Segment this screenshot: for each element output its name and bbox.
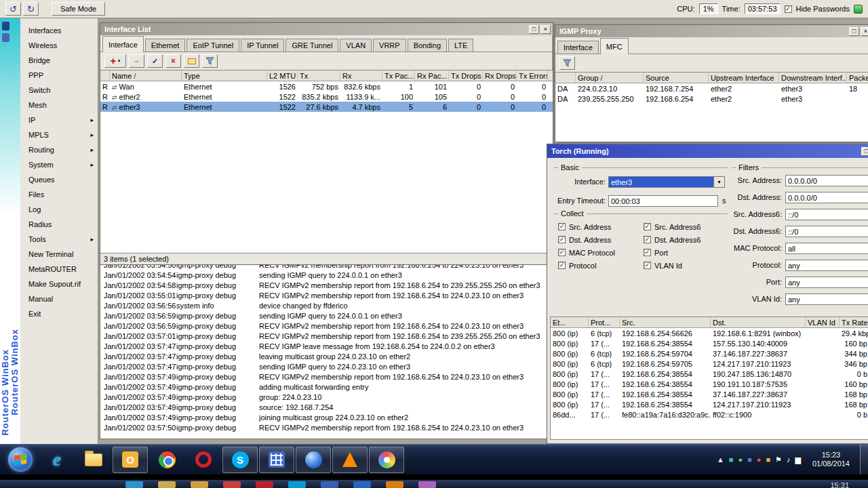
- safe-mode-button[interactable]: Safe Mode: [52, 2, 105, 16]
- log-row[interactable]: Jan/01/2002 03:54:58igmp-proxy debugRECV…: [100, 280, 552, 290]
- log-row[interactable]: Jan/01/2002 03:56:56system infodevice ch…: [100, 300, 552, 310]
- tray-app-orange-icon[interactable]: ■: [766, 456, 770, 464]
- collect-option-port[interactable]: ✓Port: [644, 248, 668, 257]
- sidebar-item-ip[interactable]: IP▸: [20, 113, 98, 127]
- table-row[interactable]: R⇄ether3Ethernet152227.6 kbps4.7 kbps560…: [100, 102, 553, 112]
- filter-field-port[interactable]: any▼: [785, 277, 868, 288]
- tray-app-teal-icon[interactable]: ■: [729, 456, 734, 464]
- column-header[interactable]: Downstream Interf...: [779, 73, 847, 83]
- sidebar-item-mesh[interactable]: Mesh: [20, 98, 98, 113]
- table-row[interactable]: 800 (ip)6 (tcp)192.168.6.254:5970437.146…: [551, 348, 868, 359]
- entry-timeout-field[interactable]: 00:00:03: [608, 195, 718, 207]
- column-header[interactable]: [100, 70, 110, 81]
- filter-button[interactable]: [559, 56, 575, 70]
- tray-app-blue-icon[interactable]: ■: [747, 456, 752, 464]
- volume-icon[interactable]: ♪: [787, 456, 791, 464]
- maximize-button[interactable]: □: [861, 147, 868, 156]
- tab-gre-tunnel[interactable]: GRE Tunnel: [285, 39, 338, 52]
- sidebar-item-radius[interactable]: Radius: [20, 217, 98, 232]
- tab-bonding[interactable]: Bonding: [408, 39, 447, 52]
- collect-option-src-address[interactable]: ✓Src. Address: [558, 222, 611, 231]
- column-header[interactable]: Tx Errors: [517, 70, 548, 81]
- taskbar-app-internet-explorer[interactable]: e: [39, 447, 75, 473]
- taskbar-app-blue-orb-app[interactable]: [296, 447, 331, 473]
- log-row[interactable]: Jan/01/2002 03:57:49igmp-proxy debugjoin…: [100, 412, 552, 422]
- maximize-button[interactable]: □: [529, 25, 539, 34]
- sidebar-item-files[interactable]: Files: [20, 187, 98, 202]
- log-row[interactable]: Jan/01/2002 03:56:59igmp-proxy debugRECV…: [100, 321, 552, 331]
- taskbar-clock[interactable]: 15:23 01/08/2014: [812, 451, 850, 468]
- column-header[interactable]: Tx Pac...: [382, 70, 415, 81]
- column-header[interactable]: Type: [182, 70, 267, 81]
- disable-button[interactable]: ×: [165, 54, 181, 68]
- column-header[interactable]: Prot...: [589, 317, 620, 327]
- tab-ethernet[interactable]: Ethernet: [145, 39, 186, 52]
- table-row[interactable]: R⇄ether2Ethernet1522835.2 kbps1133.9 k..…: [100, 92, 553, 102]
- sidebar-item-ppp[interactable]: PPP: [20, 68, 98, 83]
- filter-field-src-address[interactable]: 0.0.0.0/0: [785, 175, 868, 186]
- log-row[interactable]: Jan/01/2002 03:56:59igmp-proxy debugsend…: [100, 310, 552, 321]
- table-row[interactable]: 800 (ip)17 (...192.168.6.254:38554157.55…: [551, 338, 868, 348]
- sidebar-item-interfaces[interactable]: Interfaces: [20, 23, 98, 38]
- add-button[interactable]: +▾: [104, 54, 126, 68]
- sidebar-item-manual[interactable]: Manual: [20, 291, 98, 306]
- table-row[interactable]: DA239.255.255.250192.168.6.254ether2ethe…: [555, 94, 868, 104]
- log-row[interactable]: Jan/01/2002 03:57:01igmp-proxy debugRECV…: [100, 331, 552, 341]
- interface-list-titlebar[interactable]: Interface List □ ×: [100, 23, 553, 35]
- column-header[interactable]: Tx Drops: [449, 70, 483, 81]
- filter-field-dst-address6[interactable]: ::/0: [785, 226, 868, 237]
- tab-vlan[interactable]: VLAN: [340, 39, 372, 52]
- comment-button[interactable]: [184, 54, 199, 68]
- taskbar-app-paint-palette-app[interactable]: [369, 447, 404, 473]
- collect-option-dst-address[interactable]: ✓Dst. Address: [558, 235, 611, 244]
- log-row[interactable]: Jan/01/2002 03:57:49igmp-proxy debugaddi…: [100, 382, 552, 392]
- taskbar-app-windows-explorer[interactable]: [76, 447, 111, 473]
- network-icon[interactable]: ▆: [795, 456, 800, 464]
- column-header[interactable]: Name/: [110, 70, 182, 81]
- sidebar-item-make-supout-rif[interactable]: Make Supout.rif: [20, 277, 98, 291]
- column-header[interactable]: Tx: [298, 70, 340, 81]
- log-row[interactable]: Jan/01/2002 03:57:47igmp-proxy debugleav…: [100, 351, 552, 361]
- taskbar-app-skype[interactable]: S: [222, 447, 258, 473]
- column-header[interactable]: Tx Rate: [840, 317, 868, 327]
- log-row[interactable]: Jan/01/2002 03:57:49igmp-proxy debuggrou…: [100, 392, 552, 402]
- collect-option-vlan-id[interactable]: ✓VLAN Id: [644, 261, 682, 270]
- table-row[interactable]: DA224.0.23.10192.168.7.254ether2ether318: [555, 83, 868, 94]
- column-header[interactable]: VLAN Id: [806, 317, 840, 327]
- taskbar-app-app-grid[interactable]: [259, 447, 294, 473]
- tab-vrrp[interactable]: VRRP: [373, 39, 406, 52]
- sidebar-item-exit[interactable]: Exit: [20, 306, 98, 321]
- hide-passwords-checkbox[interactable]: ✓: [785, 5, 792, 13]
- log-row[interactable]: Jan/01/2002 03:57:47igmp-proxy debugsend…: [100, 361, 552, 371]
- tab-interface[interactable]: Interface: [102, 36, 144, 52]
- log-row[interactable]: Jan/01/2002 03:54:54igmp-proxy debugsend…: [100, 270, 552, 280]
- column-header[interactable]: Source: [644, 73, 709, 83]
- log-row[interactable]: Jan/01/2002 03:57:49igmp-proxy debugRECV…: [100, 371, 552, 382]
- column-header[interactable]: Src.: [620, 317, 711, 327]
- collect-option-src-address6[interactable]: ✓Src. Address6: [644, 222, 701, 231]
- filter-field-mac-protocol[interactable]: all▼: [785, 243, 868, 254]
- filter-field-src-address6[interactable]: ::/0: [785, 209, 868, 220]
- table-row[interactable]: 800 (ip)6 (tcp)192.168.6.254:59705124.21…: [551, 359, 868, 369]
- sidebar-item-switch[interactable]: Switch: [20, 83, 98, 98]
- sidebar-item-new-terminal[interactable]: New Terminal: [20, 247, 98, 262]
- table-row[interactable]: 800 (ip)17 (...192.168.6.254:38554190.19…: [551, 379, 868, 389]
- filter-field-vlan-id[interactable]: any▼: [785, 293, 868, 305]
- sidebar-item-system[interactable]: System▸: [20, 157, 98, 172]
- igmp-proxy-titlebar[interactable]: IGMP Proxy □ ×: [555, 25, 868, 37]
- tab-ip-tunnel[interactable]: IP Tunnel: [241, 39, 284, 52]
- log-row[interactable]: Jan/01/2002 03:57:47igmp-proxy debugRECV…: [100, 341, 552, 351]
- redo-button[interactable]: ↻: [23, 2, 39, 16]
- log-row[interactable]: Jan/01/2002 03:55:01igmp-proxy debugRECV…: [100, 290, 552, 300]
- column-header[interactable]: Rx: [340, 70, 382, 81]
- log-row[interactable]: Jan/01/2002 03:57:49igmp-proxy debugsour…: [100, 402, 552, 412]
- taskbar-app-outlook[interactable]: O: [113, 447, 148, 473]
- filter-field-dst-address[interactable]: 0.0.0.0/0: [785, 192, 868, 203]
- collect-option-protocol[interactable]: ✓Protocol: [558, 261, 596, 270]
- taskbar-app-chrome[interactable]: [149, 447, 184, 473]
- sidebar-item-routing[interactable]: Routing▸: [20, 142, 98, 157]
- table-row[interactable]: 86dd...17 (...fe80::a19a:7a16:d320:a9c..…: [551, 409, 868, 420]
- start-button[interactable]: [8, 447, 33, 472]
- taskbar-app-vlc-player[interactable]: [332, 447, 368, 473]
- column-header[interactable]: [555, 73, 576, 83]
